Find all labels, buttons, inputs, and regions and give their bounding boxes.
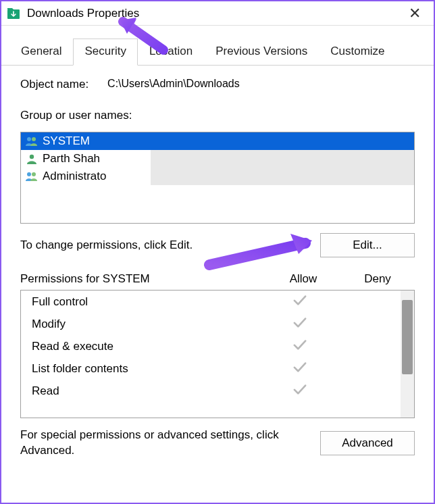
group-user-names-label: Group or user names: — [20, 109, 415, 122]
list-item[interactable]: Parth Shah — [21, 150, 414, 168]
permission-name: List folder contents — [32, 362, 263, 376]
permission-name: Modify — [32, 318, 263, 331]
window-title: Downloads Properties — [27, 7, 401, 20]
permissions-list: Full control Modify Read & execute List … — [20, 290, 415, 418]
table-row: Modify — [21, 313, 414, 335]
allow-check-icon — [263, 316, 337, 332]
object-name-row: Object name: C:\Users\Admin\Downloads — [20, 78, 415, 91]
users-icon — [25, 135, 39, 147]
tab-security[interactable]: Security — [73, 39, 137, 66]
table-row: Read — [21, 380, 414, 402]
list-item-label: SYSTEM — [43, 134, 90, 148]
group-user-names-list[interactable]: SYSTEM Parth Shah Administrato — [20, 132, 415, 224]
svg-point-2 — [32, 137, 36, 141]
allow-check-icon — [263, 361, 337, 376]
permissions-header: Permissions for SYSTEM Allow Deny — [20, 272, 415, 286]
svg-point-4 — [27, 172, 31, 176]
list-item-label: Administrato — [43, 170, 106, 183]
permission-name: Read — [32, 384, 263, 398]
column-allow: Allow — [266, 272, 340, 286]
object-name-label: Object name: — [20, 78, 88, 91]
truncation-overlay — [151, 150, 414, 168]
list-item[interactable]: Administrato — [21, 168, 414, 185]
object-name-value: C:\Users\Admin\Downloads — [107, 78, 240, 91]
user-icon — [25, 153, 39, 165]
permission-name: Read & execute — [32, 340, 263, 353]
tab-strip: General Security Location Previous Versi… — [1, 26, 434, 66]
edit-button[interactable]: Edit... — [320, 233, 415, 257]
edit-permissions-row: To change permissions, click Edit. Edit.… — [20, 233, 415, 257]
close-icon[interactable]: ✕ — [401, 5, 428, 22]
svg-point-5 — [32, 172, 36, 176]
permissions-for-label: Permissions for SYSTEM — [20, 272, 266, 286]
title-bar: Downloads Properties ✕ — [1, 1, 434, 26]
edit-hint-text: To change permissions, click Edit. — [20, 238, 320, 252]
svg-point-3 — [30, 155, 34, 159]
table-row: Read & execute — [21, 335, 414, 357]
allow-check-icon — [263, 383, 337, 399]
table-row: Full control — [21, 291, 414, 313]
tab-location[interactable]: Location — [138, 39, 204, 66]
advanced-hint-text: For special permissions or advanced sett… — [20, 428, 307, 459]
truncation-overlay — [151, 168, 414, 185]
allow-check-icon — [263, 294, 337, 309]
list-item-label: Parth Shah — [43, 152, 100, 166]
users-icon — [25, 170, 39, 182]
tab-previous-versions[interactable]: Previous Versions — [204, 39, 319, 66]
allow-check-icon — [263, 338, 337, 354]
tab-customize[interactable]: Customize — [319, 39, 396, 66]
table-row: List folder contents — [21, 357, 414, 380]
scrollbar[interactable] — [401, 291, 414, 418]
advanced-row: For special permissions or advanced sett… — [20, 428, 415, 459]
tab-content-security: Object name: C:\Users\Admin\Downloads Gr… — [1, 66, 434, 467]
tab-general[interactable]: General — [9, 39, 73, 66]
folder-download-icon — [7, 7, 20, 20]
column-deny: Deny — [340, 272, 415, 286]
svg-point-1 — [27, 137, 31, 141]
permission-name: Full control — [32, 295, 263, 309]
scrollbar-thumb[interactable] — [402, 300, 413, 374]
list-item[interactable]: SYSTEM — [21, 132, 414, 150]
advanced-button[interactable]: Advanced — [320, 431, 415, 455]
